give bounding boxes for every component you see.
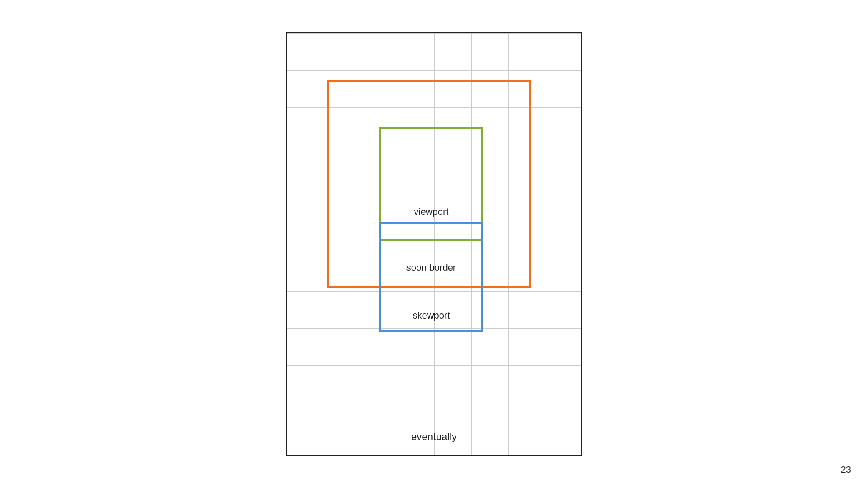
viewport-label: viewport bbox=[379, 206, 483, 217]
eventually-label: eventually bbox=[287, 431, 581, 443]
page-number: 23 bbox=[841, 464, 851, 475]
skewport-label: skewport bbox=[379, 310, 483, 321]
soon-border-label: soon border bbox=[379, 262, 483, 273]
diagram-area: viewport soon border skewport eventually bbox=[286, 32, 582, 456]
slide-container: viewport soon border skewport eventually bbox=[137, 11, 731, 477]
